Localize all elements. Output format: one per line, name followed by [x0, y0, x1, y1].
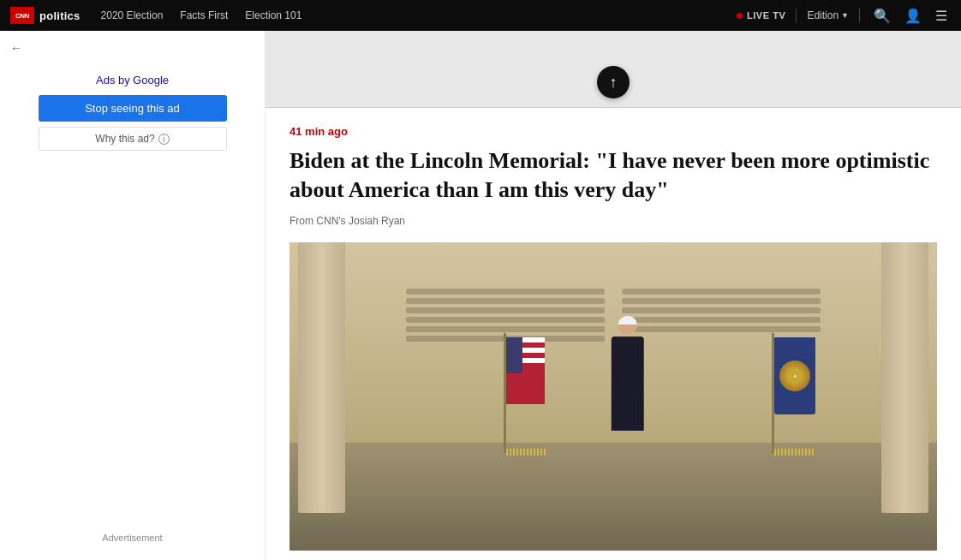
sidebar-ad-panel: ← Ads by Google Stop seeing this ad Why … [0, 31, 266, 560]
page-layout: ← Ads by Google Stop seeing this ad Why … [0, 31, 961, 560]
cnn-logo-icon: CNN [10, 7, 34, 24]
engraved-line [406, 307, 605, 313]
why-this-ad-button[interactable]: Why this ad? i [39, 127, 227, 151]
nav-link-election-101[interactable]: Election 101 [238, 0, 308, 31]
article-byline: From CNN's Josiah Ryan [289, 215, 937, 227]
scene-container: ★ [289, 242, 937, 551]
article-section: 41 min ago Biden at the Lincoln Memorial… [266, 108, 961, 551]
engraved-line [622, 307, 821, 313]
nav-link-facts-first[interactable]: Facts First [173, 0, 235, 31]
figure-hair [618, 316, 636, 325]
figure-head [618, 316, 636, 335]
ads-by-google-label: Ads by Google [96, 74, 169, 86]
hamburger-menu-icon[interactable]: ☰ [932, 8, 951, 24]
presidential-seal: ★ [779, 360, 810, 391]
google-brand-text: Google [133, 74, 169, 86]
nav-logo[interactable]: CNN politics [10, 7, 81, 24]
edition-button[interactable]: Edition ▼ [807, 9, 849, 21]
article-headline: Biden at the Lincoln Memorial: "I have n… [289, 146, 937, 205]
top-stripe-area: ↑ [266, 31, 961, 108]
flag-canton [506, 337, 522, 373]
nav-link-2020-election[interactable]: 2020 Election [94, 0, 170, 31]
edition-label: Edition [807, 9, 839, 21]
info-icon: i [158, 134, 170, 145]
left-column [298, 242, 345, 514]
engraved-line [406, 289, 605, 295]
live-tv-label: LIVE TV [747, 10, 785, 21]
back-arrow-icon[interactable]: ← [10, 41, 22, 55]
main-content-area: ↑ 41 min ago Biden at the Lincoln Memori… [266, 31, 961, 560]
nav-right: LIVE TV Edition ▼ 🔍 👤 ☰ [737, 8, 951, 24]
floor [289, 443, 937, 551]
nav-links: 2020 Election Facts First Election 101 [94, 0, 737, 31]
flag-fringe [506, 449, 547, 456]
right-column [881, 242, 928, 514]
article-timestamp: 41 min ago [289, 125, 937, 138]
pres-flag-cloth: ★ [774, 337, 815, 414]
article-image: ★ [289, 242, 937, 551]
presidential-flag: ★ [765, 337, 821, 449]
navigation: CNN politics 2020 Election Facts First E… [0, 0, 961, 31]
engraved-line [406, 298, 605, 304]
section-label: politics [39, 9, 81, 22]
nav-divider-1 [796, 9, 797, 22]
person-figure [600, 316, 655, 449]
stop-seeing-ad-button[interactable]: Stop seeing this ad [39, 95, 227, 122]
scroll-up-arrow-icon: ↑ [610, 74, 618, 90]
search-icon[interactable]: 🔍 [870, 8, 894, 24]
chevron-down-icon: ▼ [841, 11, 849, 20]
engraved-line [622, 289, 821, 295]
engraved-line [622, 298, 821, 304]
live-tv-button[interactable]: LIVE TV [737, 10, 785, 21]
engraved-line [406, 326, 605, 332]
live-indicator-dot [737, 13, 743, 19]
us-flag [497, 337, 548, 449]
pres-flag-fringe [774, 449, 815, 456]
engraved-line [406, 317, 605, 323]
scroll-up-button[interactable]: ↑ [597, 66, 630, 98]
why-ad-label: Why this ad? [95, 133, 154, 145]
figure-body [611, 337, 643, 431]
user-account-icon[interactable]: 👤 [901, 8, 925, 24]
ads-by-text: Ads by [96, 74, 130, 86]
advertisement-label: Advertisement [102, 533, 162, 543]
nav-divider-2 [859, 9, 860, 22]
